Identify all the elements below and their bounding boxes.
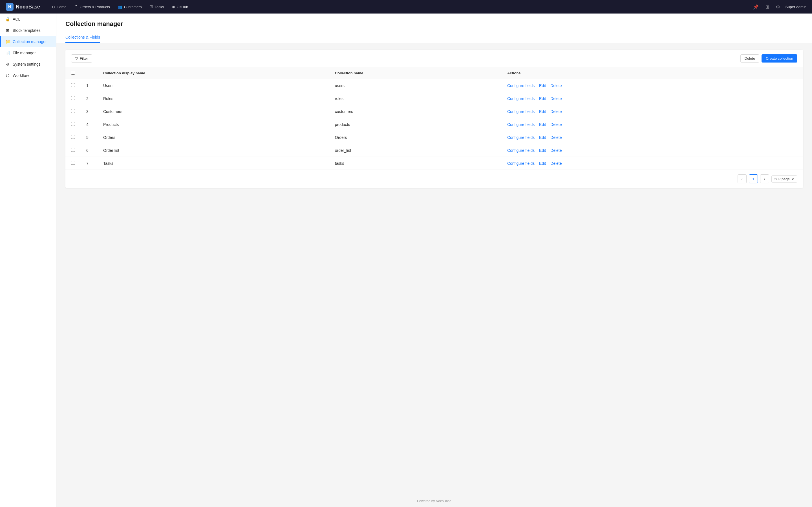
grid-icon[interactable]: ⊞ xyxy=(764,3,770,11)
row-display-name: Products xyxy=(98,118,329,131)
tabs: Collections & Fields xyxy=(65,32,803,43)
row-display-name: Roles xyxy=(98,92,329,105)
delete-link[interactable]: Delete xyxy=(550,135,562,140)
edit-link[interactable]: Edit xyxy=(539,96,546,101)
configure-fields-link[interactable]: Configure fields xyxy=(507,122,535,127)
select-all-checkbox[interactable] xyxy=(71,71,75,75)
customers-icon: 👥 xyxy=(118,5,122,9)
delete-link[interactable]: Delete xyxy=(550,122,562,127)
tab-collections-fields[interactable]: Collections & Fields xyxy=(65,32,100,43)
nav-customers[interactable]: 👥 Customers xyxy=(114,3,145,11)
row-checkbox-cell xyxy=(65,92,81,105)
settings-icon[interactable]: ⚙ xyxy=(775,3,781,11)
page-size-selector[interactable]: 50 / page ∨ xyxy=(771,175,797,182)
edit-link[interactable]: Edit xyxy=(539,148,546,153)
collection-manager-icon: 📁 xyxy=(5,40,10,44)
sidebar-item-block-templates[interactable]: ⊞ Block templates xyxy=(0,25,56,36)
row-actions: Configure fields Edit Delete xyxy=(502,131,803,144)
row-checkbox-cell xyxy=(65,131,81,144)
collections-table: Collection display name Collection name … xyxy=(65,67,803,170)
system-settings-icon: ⚙ xyxy=(5,62,10,66)
sidebar-item-system-settings[interactable]: ⚙ System settings xyxy=(0,59,56,70)
page-title: Collection manager xyxy=(65,20,803,27)
prev-page-button[interactable]: ‹ xyxy=(738,174,747,183)
edit-link[interactable]: Edit xyxy=(539,83,546,88)
page-header: Collection manager Collections & Fields xyxy=(56,13,812,43)
configure-fields-link[interactable]: Configure fields xyxy=(507,161,535,166)
tasks-icon: ☑ xyxy=(150,5,153,9)
nav-github[interactable]: ⊕ GitHub xyxy=(168,3,192,11)
row-checkbox-cell xyxy=(65,79,81,92)
nav-home[interactable]: ⊙ Home xyxy=(49,3,70,11)
row-checkbox-cell xyxy=(65,144,81,157)
edit-link[interactable]: Edit xyxy=(539,161,546,166)
table-row: 1 Users users Configure fields Edit Dele… xyxy=(65,79,803,92)
table-row: 7 Tasks tasks Configure fields Edit Dele… xyxy=(65,157,803,170)
row-checkbox[interactable] xyxy=(71,161,75,165)
row-name: order_list xyxy=(329,144,502,157)
row-name: customers xyxy=(329,105,502,118)
configure-fields-link[interactable]: Configure fields xyxy=(507,148,535,153)
row-checkbox[interactable] xyxy=(71,122,75,126)
table-area: ▽ Filter Delete Create collection xyxy=(56,43,812,495)
delete-link[interactable]: Delete xyxy=(550,161,562,166)
sidebar-item-workflow[interactable]: ⬡ Workflow xyxy=(0,70,56,81)
select-all-col xyxy=(65,67,81,79)
table-toolbar: ▽ Filter Delete Create collection xyxy=(65,50,803,67)
configure-fields-link[interactable]: Configure fields xyxy=(507,96,535,101)
sidebar-item-collection-manager[interactable]: 📁 Collection manager xyxy=(0,36,56,47)
logo[interactable]: N NocoBase xyxy=(6,3,40,11)
row-actions: Configure fields Edit Delete xyxy=(502,92,803,105)
row-name: roles xyxy=(329,92,502,105)
nav-orders-products[interactable]: 🗒 Orders & Products xyxy=(71,3,113,11)
row-checkbox-cell xyxy=(65,118,81,131)
row-actions: Configure fields Edit Delete xyxy=(502,79,803,92)
row-number: 7 xyxy=(81,157,98,170)
row-checkbox-cell xyxy=(65,157,81,170)
row-display-name: Order list xyxy=(98,144,329,157)
table-row: 5 Orders Orders Configure fields Edit De… xyxy=(65,131,803,144)
delete-link[interactable]: Delete xyxy=(550,96,562,101)
delete-link[interactable]: Delete xyxy=(550,109,562,114)
row-checkbox[interactable] xyxy=(71,109,75,113)
table-row: 3 Customers customers Configure fields E… xyxy=(65,105,803,118)
row-number: 6 xyxy=(81,144,98,157)
configure-fields-link[interactable]: Configure fields xyxy=(507,83,535,88)
sidebar-item-file-manager[interactable]: 📄 File manager xyxy=(0,47,56,59)
row-number: 2 xyxy=(81,92,98,105)
pin-icon[interactable]: 📌 xyxy=(752,3,760,11)
github-icon: ⊕ xyxy=(172,5,175,9)
sidebar-item-acl[interactable]: 🔒 ACL xyxy=(0,13,56,25)
delete-link[interactable]: Delete xyxy=(550,148,562,153)
row-checkbox[interactable] xyxy=(71,96,75,100)
logo-icon: N xyxy=(6,3,13,11)
delete-button[interactable]: Delete xyxy=(741,54,760,62)
sidebar: 🔒 ACL ⊞ Block templates 📁 Collection man… xyxy=(0,13,56,507)
row-number: 4 xyxy=(81,118,98,131)
configure-fields-link[interactable]: Configure fields xyxy=(507,109,535,114)
user-label[interactable]: Super Admin xyxy=(785,5,806,9)
toolbar-left: ▽ Filter xyxy=(71,54,92,62)
row-display-name: Tasks xyxy=(98,157,329,170)
row-number: 3 xyxy=(81,105,98,118)
configure-fields-link[interactable]: Configure fields xyxy=(507,135,535,140)
table-row: 6 Order list order_list Configure fields… xyxy=(65,144,803,157)
row-checkbox[interactable] xyxy=(71,148,75,152)
next-page-button[interactable]: › xyxy=(760,174,769,183)
row-display-name: Customers xyxy=(98,105,329,118)
table-header: Collection display name Collection name … xyxy=(65,67,803,79)
row-checkbox[interactable] xyxy=(71,83,75,87)
edit-link[interactable]: Edit xyxy=(539,135,546,140)
header-name: Collection name xyxy=(329,67,502,79)
edit-link[interactable]: Edit xyxy=(539,109,546,114)
table-row: 4 Products products Configure fields Edi… xyxy=(65,118,803,131)
row-checkbox[interactable] xyxy=(71,135,75,139)
create-collection-button[interactable]: Create collection xyxy=(762,54,797,62)
acl-icon: 🔒 xyxy=(5,17,10,21)
nav-tasks[interactable]: ☑ Tasks xyxy=(146,3,167,11)
delete-link[interactable]: Delete xyxy=(550,83,562,88)
page-1-button[interactable]: 1 xyxy=(749,174,758,183)
row-actions: Configure fields Edit Delete xyxy=(502,105,803,118)
filter-button[interactable]: ▽ Filter xyxy=(71,54,92,62)
edit-link[interactable]: Edit xyxy=(539,122,546,127)
